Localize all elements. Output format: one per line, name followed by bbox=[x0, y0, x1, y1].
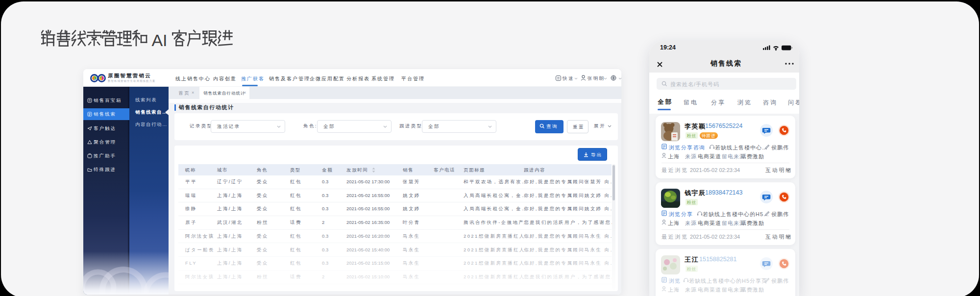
svg-text:AI: AI bbox=[151, 31, 167, 49]
